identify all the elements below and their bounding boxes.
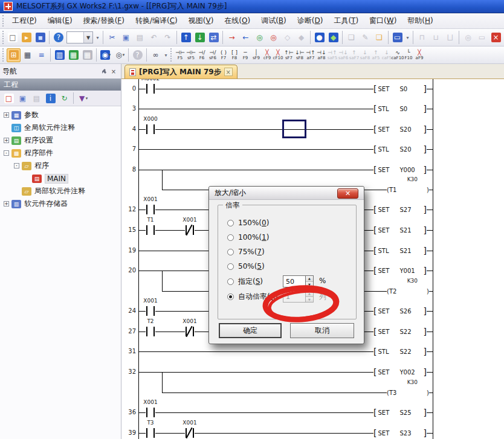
tree-expander-icon[interactable]: - <box>14 163 19 168</box>
combo-dropdown-icon[interactable]: ▼ <box>83 32 92 43</box>
menu-W[interactable]: 窗口(W) <box>364 14 402 27</box>
zoom-option-S[interactable]: 指定(S) <box>227 275 263 287</box>
device-test-on-button[interactable]: ● <box>312 31 326 45</box>
ladder-symbol-F8[interactable]: [ ]F8 <box>229 47 240 63</box>
tree-item-程序部件[interactable]: -▩程序部件 <box>0 147 121 159</box>
pin-icon[interactable] <box>99 67 109 76</box>
tree-expander-icon[interactable]: + <box>4 138 9 143</box>
ladder-symbol-sF9[interactable]: │sF9 <box>251 47 262 63</box>
ladder-symbol-sF8[interactable]: ↓⊢sF8 <box>294 47 305 63</box>
ladder-symbol-F9[interactable]: ─F9 <box>240 47 251 63</box>
monitor-write-button[interactable]: → <box>225 31 239 45</box>
copy-button[interactable]: ▣ <box>119 31 133 45</box>
ok-button[interactable]: 确定 <box>219 323 282 338</box>
help-about-button[interactable]: ? <box>131 48 144 62</box>
coil-T2[interactable]: (T2) <box>387 286 429 296</box>
instruction-SET-S25[interactable]: [SETS25] <box>373 407 427 418</box>
statement-list-button[interactable]: ≡ <box>34 48 48 62</box>
binoculars-button[interactable]: ∞ <box>149 48 163 62</box>
write-to-plc-button[interactable]: ↑ <box>179 31 193 45</box>
spinner-value[interactable]: 50 <box>283 275 305 287</box>
instruction-SET-Y002[interactable]: [SETY002] <box>373 367 427 377</box>
ladder-symbol-caF5[interactable]: ↓caF5 <box>381 47 392 63</box>
tree-expander-icon[interactable]: + <box>4 201 9 207</box>
no-contact[interactable] <box>146 406 155 418</box>
close-panel-icon[interactable]: × <box>109 67 118 76</box>
help-button[interactable]: ? <box>51 31 65 45</box>
tree-expander-icon[interactable]: + <box>4 112 9 118</box>
display-setting-button[interactable]: ▭ <box>390 31 404 45</box>
device-replace-button[interactable]: ◎ <box>267 31 280 45</box>
menu-F[interactable]: 搜索/替换(F) <box>78 14 130 27</box>
device-search-button[interactable]: ◎▾ <box>112 48 126 62</box>
instruction-STL-S20[interactable]: [STLS20] <box>373 144 427 155</box>
project-refresh-button[interactable]: ↻ <box>57 91 71 105</box>
device-display-button[interactable]: ◉▾ <box>99 48 112 62</box>
ladder-symbol-saF6[interactable]: ⊣↓saF6 <box>338 47 349 63</box>
no-contact[interactable] <box>146 224 155 236</box>
new-file-button[interactable]: □ <box>5 31 19 45</box>
ladder-symbol-saF8[interactable]: ↓saF8 <box>360 47 370 63</box>
stop-button[interactable]: × <box>489 31 503 45</box>
tab-close-icon[interactable]: × <box>224 68 233 76</box>
project-sort-button[interactable]: ▼▾ <box>76 91 89 105</box>
device-comment-find-button[interactable]: ▥ <box>53 48 66 62</box>
ladder-symbol-aF9[interactable]: ╳aF9 <box>414 47 425 63</box>
instruction-STL-S22[interactable]: [STLS22] <box>373 346 427 357</box>
ladder-symbol-saF7[interactable]: ↑saF7 <box>349 47 360 63</box>
zoom-option-505[interactable]: 50%(5) <box>227 260 265 272</box>
radio-icon[interactable] <box>227 220 234 226</box>
ladder-symbol-F10[interactable]: └F10 <box>403 47 414 63</box>
dropdown-arrow-icon[interactable]: ▾ <box>123 53 125 57</box>
no-contact[interactable] <box>146 325 155 338</box>
menu-C[interactable]: 转换/编译(C) <box>130 14 183 27</box>
instruction-SET-S20[interactable]: [SETS20] <box>373 124 427 135</box>
instruction-STL-S21[interactable]: [STLS21] <box>373 245 427 256</box>
tree-item-MAIN[interactable]: +▤MAIN <box>0 172 121 185</box>
instruction-SET-S27[interactable]: [SETS27] <box>373 204 427 215</box>
ladder-symbol-aF7[interactable]: ⊣↑aF7 <box>305 47 316 63</box>
toolbar-overflow-icon[interactable]: ▾ <box>404 31 411 44</box>
zoom-option-1500[interactable]: 150%(0) <box>227 217 269 229</box>
ladder-symbol-aF5[interactable]: ↑aF5 <box>370 47 381 63</box>
undo-button[interactable]: ↶ <box>147 31 161 45</box>
radio-icon[interactable] <box>227 249 234 255</box>
verify-plc-button[interactable]: ⇄ <box>207 31 221 45</box>
radio-icon[interactable] <box>227 234 234 241</box>
ladder-symbol-sF6[interactable]: ⊣/sF6 <box>207 47 218 63</box>
menu-T[interactable]: 工具(T) <box>328 14 364 27</box>
step-over-button[interactable]: ⊔ <box>429 31 443 45</box>
note-button[interactable]: ✎ <box>358 31 372 45</box>
instruction-SET-S21[interactable]: [SETS21] <box>373 225 427 236</box>
toolbar-overflow-icon[interactable]: ▾ <box>94 31 101 44</box>
ladder-symbol-saF5[interactable]: ⊣↑saF5 <box>327 47 338 63</box>
no-contact[interactable] <box>146 203 155 216</box>
ladder-symbol-aF8[interactable]: ⊣↓aF8 <box>316 47 327 63</box>
ladder-symbol-F7[interactable]: ( )F7 <box>218 47 229 63</box>
module-config-button[interactable]: ▦ <box>21 48 34 62</box>
navigation-toggle-button[interactable]: ⊞ <box>7 48 21 62</box>
tree-item-局部软元件注释[interactable]: +▱局部软元件注释 <box>0 185 121 197</box>
tree-item-程序[interactable]: -▱程序 <box>0 159 121 172</box>
tab-prg-main[interactable]: [PRG]写入 MAIN 79步 × <box>124 65 237 79</box>
project-paste-button[interactable]: ▤ <box>30 91 44 105</box>
monitor-1-button[interactable]: ◇ <box>280 31 294 45</box>
monitor-2-button[interactable]: ◆ <box>294 31 308 45</box>
dropdown-arrow-icon[interactable]: ▾ <box>86 96 88 101</box>
instruction-STL-S0[interactable]: [STLS0] <box>373 103 427 114</box>
step-into-button[interactable]: ⊓ <box>415 31 429 45</box>
monitor-read-button[interactable]: ← <box>239 31 253 45</box>
tree-item-程序设置[interactable]: +▤程序设置 <box>0 134 121 147</box>
menu-V[interactable]: 视图(V) <box>183 14 219 27</box>
dialog-close-button[interactable]: ✕ <box>337 188 358 199</box>
redo-button[interactable]: ↷ <box>161 31 175 45</box>
device-test-off-button[interactable]: ◆ <box>326 31 340 45</box>
tree-expander-icon[interactable]: - <box>4 150 9 156</box>
no-contact[interactable] <box>146 123 155 135</box>
open-file-button[interactable]: ▸ <box>19 31 33 45</box>
ladder-symbol-F5[interactable]: ⊣⊢F5 <box>175 47 186 63</box>
no-contact[interactable] <box>146 83 155 95</box>
tree-item-参数[interactable]: +▦参数 <box>0 109 121 121</box>
toolbar-overflow-icon[interactable]: ▾ <box>163 48 169 62</box>
zoom-option-1001[interactable]: 100%(1) <box>227 231 269 243</box>
